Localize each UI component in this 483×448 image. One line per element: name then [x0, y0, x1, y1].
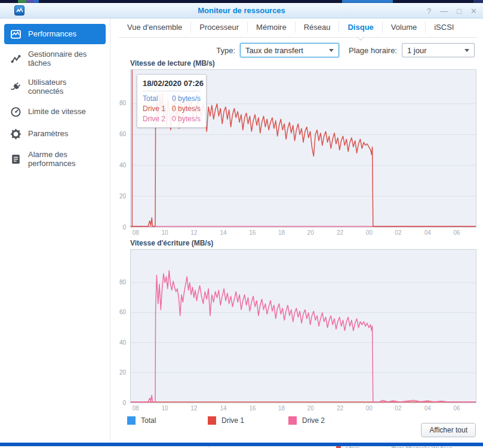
write-chart-title: Vitesse d'écriture (MB/s) [130, 239, 483, 247]
tooltip-row-total: Total0 bytes/s [143, 94, 201, 103]
tab-reseau[interactable]: Réseau [295, 22, 339, 33]
tab-disque[interactable]: Disque [339, 22, 382, 33]
sidebar-item-label: Alarme des performances [28, 151, 100, 168]
read-speed-chart: Vitesse de lecture (MB/s) 020406080 18/0… [110, 59, 483, 237]
gear-icon [10, 128, 21, 140]
sidebar-item-label: Paramètres [28, 130, 68, 139]
type-select-value: Taux de transfert [245, 46, 303, 55]
sidebar-item-label: Performances [28, 30, 76, 39]
type-label: Type: [216, 46, 235, 55]
sidebar-item-label: Gestionnaire des tâches [28, 50, 100, 68]
plug-icon [10, 81, 21, 93]
chart-tooltip: 18/02/2020 07:26 Total0 bytes/s Drive 10… [137, 74, 207, 128]
sidebar-item-label: Limite de vitesse [28, 108, 86, 116]
sidebar-item-parametres[interactable]: Paramètres [4, 124, 106, 145]
sidebar-item-gestionnaire-des-taches[interactable]: Gestionnaire des tâches [4, 46, 106, 72]
minimize-icon[interactable]: — [440, 7, 448, 15]
tab-volume[interactable]: Volume [382, 22, 425, 33]
chevron-down-icon [464, 49, 469, 52]
drive2-swatch [288, 416, 297, 425]
chevron-down-icon [329, 49, 334, 52]
total-swatch [127, 416, 136, 425]
drive1-swatch [208, 416, 216, 425]
tab-bar: Vue d'ensemble Processeur Mémoire Réseau… [119, 22, 477, 38]
tooltip-row-drive2: Drive 20 bytes/s [143, 115, 201, 123]
tab-vue-densemble[interactable]: Vue d'ensemble [119, 22, 190, 33]
range-select-value: 1 jour [407, 46, 427, 55]
window-title: Moniteur de ressources [0, 6, 483, 15]
titlebar[interactable]: Moniteur de ressources ? — □ ✕ [0, 3, 483, 19]
task-manager-icon [10, 53, 21, 65]
sidebar-item-utilisateurs-connectes[interactable]: Utilisateurs connectés [4, 74, 106, 100]
legend-item-total: Total [127, 416, 208, 425]
time-range-select[interactable]: 1 jour [402, 43, 475, 57]
resource-monitor-window: Moniteur de ressources ? — □ ✕ Performan… [0, 3, 483, 443]
tab-memoire[interactable]: Mémoire [247, 22, 295, 33]
performance-chart-icon [10, 28, 21, 40]
help-icon[interactable]: ? [427, 7, 431, 15]
maximize-icon[interactable]: □ [457, 7, 462, 15]
tooltip-row-drive1: Drive 10 bytes/s [143, 105, 201, 113]
range-label: Plage horaire: [349, 46, 397, 55]
read-chart-y-axis: 020406080 [110, 69, 130, 228]
close-icon[interactable]: ✕ [470, 7, 477, 15]
footer: Afficher tout [421, 423, 476, 437]
type-select[interactable]: Taux de transfert [240, 43, 339, 57]
write-chart-y-axis: 020406080 [110, 249, 130, 403]
window-controls: ? — □ ✕ [427, 3, 477, 19]
legend-item-drive1: Drive 1 [208, 416, 288, 425]
sidebar: Performances Gestionnaire des tâches Uti… [0, 19, 110, 442]
write-chart-x-axis: 081012141618202200020406 [130, 403, 476, 412]
speedometer-icon [10, 106, 21, 118]
screen: Moniteur de ressources ? — □ ✕ Performan… [0, 0, 483, 448]
sidebar-item-limite-de-vitesse[interactable]: Limite de vitesse [4, 102, 106, 122]
legend-item-drive2: Drive 2 [288, 416, 369, 425]
alarm-list-icon [10, 154, 21, 165]
sidebar-item-label: Utilisateurs connectés [28, 78, 100, 96]
write-speed-chart: Vitesse d'écriture (MB/s) 020406080 0810… [110, 239, 483, 412]
read-chart-title: Vitesse de lecture (MB/s) [130, 59, 483, 67]
tab-iscsi[interactable]: iSCSI [425, 22, 462, 33]
tooltip-timestamp: 18/02/2020 07:26 [143, 79, 201, 91]
read-chart-plot[interactable]: 18/02/2020 07:26 Total0 bytes/s Drive 10… [130, 69, 476, 228]
write-chart-plot[interactable] [130, 249, 476, 403]
read-chart-x-axis: 081012141618202200020406 [130, 228, 476, 237]
show-all-button[interactable]: Afficher tout [421, 423, 476, 437]
sidebar-item-alarme-des-performances[interactable]: Alarme des performances [4, 146, 106, 173]
sidebar-item-performances[interactable]: Performances [4, 24, 106, 44]
chart-toolbar: Type: Taux de transfert Plage horaire: 1… [110, 43, 476, 57]
tab-processeur[interactable]: Processeur [190, 22, 247, 33]
main-content: Vue d'ensemble Processeur Mémoire Réseau… [110, 19, 483, 442]
